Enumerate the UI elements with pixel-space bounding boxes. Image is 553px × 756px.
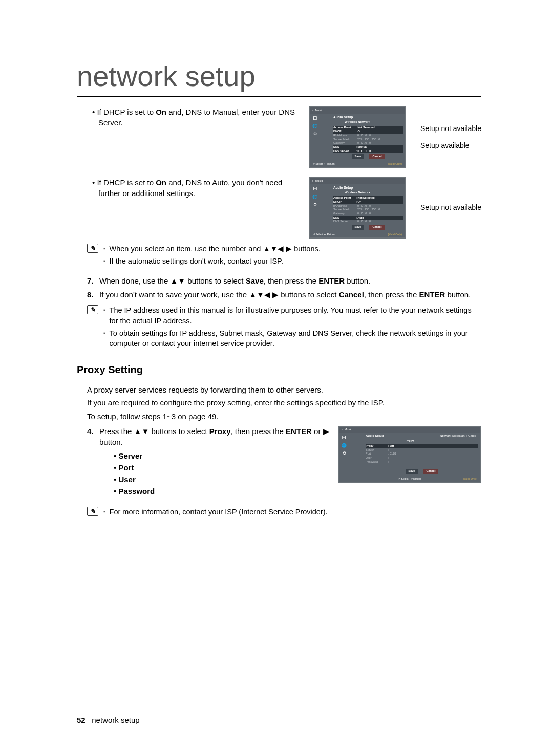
proxy-heading: Proxy Setting bbox=[77, 362, 481, 378]
note-icon: ✎ bbox=[87, 305, 98, 314]
proxy-item-password: Password bbox=[99, 486, 330, 496]
cancel-button: Cancel bbox=[369, 225, 385, 230]
square-bullet-icon: ▪ bbox=[103, 256, 105, 266]
screenshot-wireless-manual: ♪Music 🎞 🌐 ⚙ Audio Setup Wireless Networ… bbox=[309, 106, 406, 168]
note-icon: ✎ bbox=[87, 244, 98, 253]
proxy-item-server: Server bbox=[99, 450, 330, 461]
block2-text: If DHCP is set to On and, DNS to Auto, y… bbox=[77, 177, 309, 201]
film-icon: 🎞 bbox=[341, 435, 347, 441]
caption-setup-available: Setup available bbox=[411, 141, 481, 151]
cancel-button: Cancel bbox=[369, 154, 385, 159]
block1-screenshot-group: ♪Music 🎞 🌐 ⚙ Audio Setup Wireless Networ… bbox=[309, 106, 481, 168]
proxy-p2: If you are required to configure the pro… bbox=[87, 397, 481, 408]
block-dhcp-auto: If DHCP is set to On and, DNS to Auto, y… bbox=[77, 177, 481, 239]
globe-icon: 🌐 bbox=[341, 443, 347, 449]
cancel-button: Cancel bbox=[423, 469, 438, 474]
screenshot-wireless-auto: ♪Music 🎞 🌐 ⚙ Audio Setup Wireless Networ… bbox=[309, 177, 406, 239]
note-selection-buttons: ✎ ▪When you select an item, use the numb… bbox=[87, 244, 481, 269]
step-7: 7. When done, use the ▲▼ buttons to sele… bbox=[77, 275, 481, 286]
document-page: network setup If DHCP is set to On and, … bbox=[0, 0, 553, 554]
proxy-p3: To setup, follow steps 1~3 on page 49. bbox=[87, 411, 481, 422]
screenshot-proxy: ♪Music 🎞 🌐 ⚙ Audio Setup Network Selecti… bbox=[338, 426, 481, 483]
note-icon: ✎ bbox=[87, 507, 98, 516]
save-button: Save bbox=[406, 469, 418, 474]
caption-setup-not-available: Setup not available bbox=[411, 203, 481, 213]
page-number: 52 bbox=[77, 716, 86, 724]
proxy-item-port: Port bbox=[99, 462, 330, 473]
music-icon: ♪ bbox=[341, 428, 343, 432]
block2-screenshot-group: ♪Music 🎞 🌐 ⚙ Audio Setup Wireless Networ… bbox=[309, 177, 481, 239]
note-contact-isp: ✎ ▪For more information, contact your IS… bbox=[87, 507, 481, 519]
square-bullet-icon: ▪ bbox=[103, 328, 105, 349]
gear-icon: ⚙ bbox=[312, 202, 318, 208]
music-icon: ♪ bbox=[312, 109, 313, 113]
block2-captions: Setup not available bbox=[411, 203, 481, 213]
film-icon: 🎞 bbox=[312, 116, 318, 122]
square-bullet-icon: ▪ bbox=[103, 305, 105, 326]
step-list: 7. When done, use the ▲▼ buttons to sele… bbox=[77, 275, 481, 300]
block1-text: If DHCP is set to On and, DNS to Manual,… bbox=[77, 106, 309, 130]
music-icon: ♪ bbox=[312, 179, 313, 183]
film-icon: 🎞 bbox=[312, 186, 318, 192]
proxy-item-user: User bbox=[99, 474, 330, 485]
caption-setup-not-available: Setup not available bbox=[411, 124, 481, 134]
step-8: 8. If you don't want to save your work, … bbox=[77, 289, 481, 300]
gear-icon: ⚙ bbox=[341, 450, 347, 457]
square-bullet-icon: ▪ bbox=[103, 507, 105, 517]
page-footer: 52_ network setup bbox=[77, 715, 140, 725]
block1-captions: Setup not available Setup available bbox=[411, 124, 481, 151]
globe-icon: 🌐 bbox=[312, 123, 318, 129]
save-button: Save bbox=[352, 154, 365, 159]
proxy-step-row: 4. Press the ▲▼ buttons to select Proxy,… bbox=[77, 426, 481, 498]
page-title: network setup bbox=[77, 56, 481, 97]
block-dhcp-manual: If DHCP is set to On and, DNS to Manual,… bbox=[77, 106, 481, 168]
square-bullet-icon: ▪ bbox=[103, 244, 105, 254]
save-button: Save bbox=[352, 225, 365, 230]
globe-icon: 🌐 bbox=[312, 194, 318, 200]
step-4: 4. Press the ▲▼ buttons to select Proxy,… bbox=[77, 426, 330, 447]
gear-icon: ⚙ bbox=[312, 131, 318, 137]
footer-label: network setup bbox=[90, 716, 140, 724]
proxy-p1: A proxy server services requests by forw… bbox=[87, 384, 481, 395]
note-ip-address: ✎ ▪The IP address used in this manual is… bbox=[87, 305, 481, 351]
